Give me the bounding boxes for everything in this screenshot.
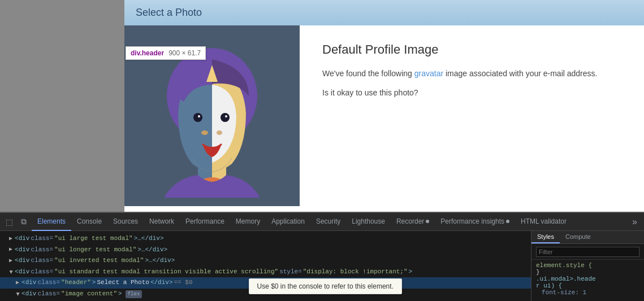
tab-lighthouse[interactable]: Lighthouse (346, 213, 391, 231)
tab-computed[interactable]: Compute (560, 231, 597, 243)
gravatar-link[interactable]: gravatar (414, 69, 443, 78)
tab-console[interactable]: Console (71, 213, 107, 231)
style-rule-modal: .ui.modal>.heade (536, 276, 639, 282)
style-rule-modal-ui: r ui) { (536, 282, 639, 289)
arrow-open-icon: ▶ (13, 293, 22, 296)
styles-filter-area (531, 244, 644, 260)
arrow-icon: ▶ (9, 256, 12, 265)
dom-line-standard[interactable]: ▶ <div class="ui standard test modal tra… (0, 267, 531, 278)
arrow-icon: ▶ (16, 278, 19, 287)
modal-text-section: Default Profile Image We've found the fo… (300, 25, 644, 206)
style-rule-element: element.style { (536, 262, 639, 269)
arrow-icon: ▶ (9, 234, 12, 243)
device-icon[interactable]: ⧉ (17, 215, 31, 229)
more-tabs-button[interactable]: » (628, 217, 642, 227)
styles-panel: Styles Compute element.style { } .ui.mod… (531, 231, 644, 301)
recorder-dot (426, 220, 429, 223)
styles-rules: element.style { } .ui.modal>.heade r ui)… (531, 260, 644, 298)
devtools-tabs-bar: ⬚ ⧉ Elements Console Sources Network Per… (0, 213, 644, 231)
browser-content-area: Select a Photo (124, 0, 644, 212)
perf-insights-dot (506, 220, 509, 223)
content-title: Default Profile Image (322, 42, 621, 57)
style-rule-font: font-size: 1 (536, 289, 639, 296)
arrow-open-icon: ▶ (6, 271, 15, 274)
style-rule-close: } (536, 269, 639, 276)
svg-point-4 (198, 115, 200, 117)
tab-elements[interactable]: Elements (32, 213, 71, 231)
modal-header: Select a Photo (124, 0, 644, 25)
svg-point-8 (217, 130, 222, 135)
dom-line-inverted[interactable]: ▶ <div class="ui inverted test modal">…<… (0, 255, 531, 267)
tooltip-dimensions: 900 × 61.7 (168, 49, 201, 57)
tab-application[interactable]: Application (266, 213, 310, 231)
browser-sidebar (0, 0, 124, 212)
tab-styles[interactable]: Styles (531, 231, 560, 243)
dom-line-1[interactable]: ▶ <div class="ui large test modal">…</di… (0, 233, 531, 245)
modal-title: Select a Photo (136, 7, 202, 19)
tab-network[interactable]: Network (144, 213, 180, 231)
tab-sources[interactable]: Sources (107, 213, 144, 231)
tab-security[interactable]: Security (310, 213, 346, 231)
flex-badge: flex (126, 290, 142, 298)
arrow-icon: ▶ (9, 245, 12, 254)
svg-point-6 (225, 115, 227, 117)
content-paragraph-2: Is it okay to use this photo? (322, 86, 621, 99)
tab-memory[interactable]: Memory (230, 213, 266, 231)
tab-performance-insights[interactable]: Performance insights (435, 213, 515, 231)
svg-point-3 (193, 113, 202, 122)
dom-line-2[interactable]: ▶ <div class="ui longer test modal">…</d… (0, 245, 531, 256)
tab-recorder[interactable]: Recorder (391, 213, 435, 231)
console-tooltip: Use $0 in the console to refer to this e… (249, 278, 402, 294)
inspect-icon[interactable]: ⬚ (2, 215, 16, 229)
tab-html-validator[interactable]: HTML validator (515, 213, 572, 231)
element-tooltip: div.header 900 × 61.7 (126, 46, 206, 60)
tab-performance[interactable]: Performance (180, 213, 230, 231)
svg-point-5 (221, 113, 230, 122)
styles-tabs: Styles Compute (531, 231, 644, 244)
tooltip-tag: div.header (131, 49, 164, 57)
content-paragraph-1: We've found the following gravatar image… (322, 67, 621, 80)
styles-filter-input[interactable] (536, 247, 639, 257)
svg-point-7 (201, 130, 208, 135)
